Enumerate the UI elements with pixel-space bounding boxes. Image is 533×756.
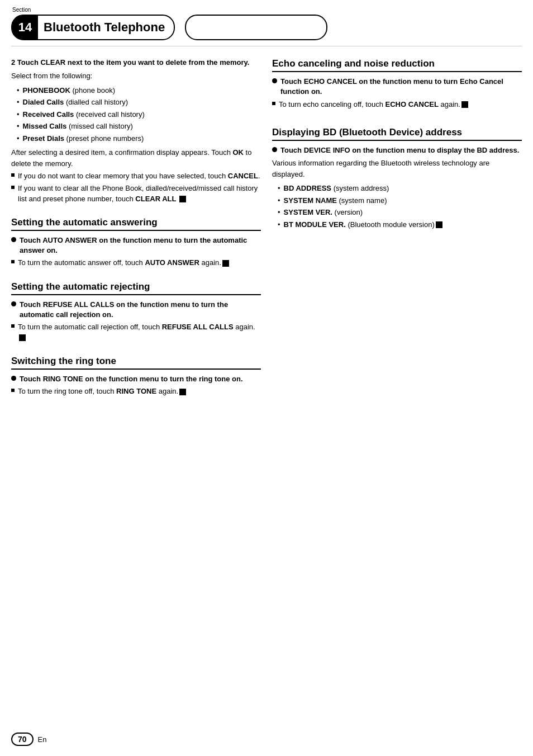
bd-list: • BD ADDRESS (system address) • SYSTEM N… [278, 183, 522, 230]
list-text: BD ADDRESS (system address) [284, 183, 389, 194]
list-bullet: • [17, 109, 20, 120]
square-symbol [461, 101, 468, 108]
circle-icon [11, 301, 16, 306]
header-pill: 14 Bluetooth Telephone [11, 15, 175, 40]
square-symbol [179, 196, 186, 202]
header-area: 14 Bluetooth Telephone [11, 15, 522, 40]
circle-icon [11, 376, 16, 381]
echo-note-text: To turn echo canceling off, touch ECHO C… [279, 100, 468, 110]
auto-reject-note: To turn the automatic call rejection off… [11, 322, 261, 342]
list-item: • Dialed Calls (dialled call history) [17, 97, 261, 108]
list-bullet: • [278, 207, 280, 218]
note1-text: If you do not want to clear memory that … [18, 171, 260, 181]
list-item: • Missed Calls (missed call history) [17, 121, 261, 132]
square-symbol [19, 334, 26, 341]
bd-bullet: Touch DEVICE INFO on the function menu t… [272, 145, 522, 155]
list-bullet: • [278, 195, 280, 206]
footer: 70 En [11, 733, 46, 746]
square-icon [272, 102, 275, 105]
auto-reject-note-text: To turn the automatic call rejection off… [18, 322, 261, 342]
echo-bullet-text: Touch ECHO CANCEL on the function menu t… [280, 77, 522, 97]
page-number: 70 [11, 733, 34, 746]
note1: If you do not want to clear memory that … [11, 171, 261, 181]
ring-tone-note: To turn the ring tone off, touch RING TO… [11, 386, 261, 396]
square-icon [11, 389, 15, 392]
header-right-pill [185, 15, 327, 40]
language-label: En [38, 735, 47, 744]
step2-heading: 2 Touch CLEAR next to the item you want … [11, 58, 261, 68]
bd-heading: Displaying BD (Bluetooth Device) address [272, 126, 522, 141]
note2: If you want to clear all the Phone Book,… [11, 183, 261, 204]
ring-tone-bullet-text: Touch RING TONE on the function menu to … [20, 374, 243, 384]
section-label: Section [12, 7, 31, 13]
select-from: Select from the following: [11, 70, 261, 82]
square-symbol [179, 389, 186, 395]
list-text: Received Calls (received call history) [23, 109, 145, 120]
circle-icon [11, 237, 16, 242]
list-text: SYSTEM NAME (system name) [284, 195, 387, 206]
circle-icon [272, 147, 277, 152]
ring-tone-heading: Switching the ring tone [11, 355, 261, 370]
list-item: • Preset Dials (preset phone numbers) [17, 133, 261, 144]
header-title: Bluetooth Telephone [44, 20, 165, 35]
bd-intro: Various information regarding the Blueto… [272, 158, 522, 179]
square-icon [11, 173, 15, 177]
square-icon [11, 186, 15, 189]
list-item: • PHONEBOOK (phone book) [17, 85, 261, 96]
note2-text: If you want to clear all the Phone Book,… [18, 183, 261, 204]
delete-list: • PHONEBOOK (phone book) • Dialed Calls … [17, 85, 261, 144]
after-list-text: After selecting a desired item, a confir… [11, 147, 261, 169]
list-text: BT MODULE VER. (Bluetooth module version… [284, 219, 442, 230]
square-symbol [436, 221, 442, 228]
auto-answer-heading: Setting the automatic answering [11, 216, 261, 231]
auto-answer-note-text: To turn the automatic answer off, touch … [18, 258, 229, 268]
section-number: 14 [12, 16, 38, 39]
right-column: Echo canceling and noise reduction Touch… [272, 58, 522, 398]
main-content: 2 Touch CLEAR next to the item you want … [0, 52, 533, 409]
square-icon [11, 324, 15, 328]
list-text: PHONEBOOK (phone book) [23, 85, 115, 96]
list-text: Dialed Calls (dialled call history) [23, 97, 129, 108]
ring-tone-bullet: Touch RING TONE on the function menu to … [11, 374, 261, 384]
auto-answer-note: To turn the automatic answer off, touch … [11, 258, 261, 268]
echo-heading: Echo canceling and noise reduction [272, 58, 522, 72]
left-column: 2 Touch CLEAR next to the item you want … [11, 58, 261, 398]
auto-answer-bullet: Touch AUTO ANSWER on the function menu t… [11, 235, 261, 256]
auto-reject-heading: Setting the automatic rejecting [11, 281, 261, 295]
auto-answer-bullet-text: Touch AUTO ANSWER on the function menu t… [20, 235, 261, 256]
list-item: • SYSTEM NAME (system name) [278, 195, 522, 206]
ring-tone-note-text: To turn the ring tone off, touch RING TO… [18, 386, 186, 396]
list-bullet: • [17, 133, 20, 144]
list-item: • SYSTEM VER. (version) [278, 207, 522, 218]
echo-bullet: Touch ECHO CANCEL on the function menu t… [272, 77, 522, 97]
list-bullet: • [17, 121, 20, 132]
list-item: • BT MODULE VER. (Bluetooth module versi… [278, 219, 522, 230]
list-item: • BD ADDRESS (system address) [278, 183, 522, 194]
list-bullet: • [17, 97, 20, 108]
square-symbol [222, 260, 229, 267]
list-text: Missed Calls (missed call history) [23, 121, 133, 132]
list-bullet: • [278, 219, 280, 230]
bd-bullet-text: Touch DEVICE INFO on the function menu t… [280, 145, 519, 155]
list-text: Preset Dials (preset phone numbers) [23, 133, 144, 144]
list-text: SYSTEM VER. (version) [284, 207, 363, 218]
list-bullet: • [17, 85, 20, 96]
auto-reject-bullet-text: Touch REFUSE ALL CALLS on the function m… [20, 300, 261, 320]
auto-reject-bullet: Touch REFUSE ALL CALLS on the function m… [11, 300, 261, 320]
list-bullet: • [278, 183, 280, 194]
echo-note: To turn echo canceling off, touch ECHO C… [272, 100, 522, 110]
circle-icon [272, 78, 277, 83]
square-icon [11, 260, 15, 263]
list-item: • Received Calls (received call history) [17, 109, 261, 120]
